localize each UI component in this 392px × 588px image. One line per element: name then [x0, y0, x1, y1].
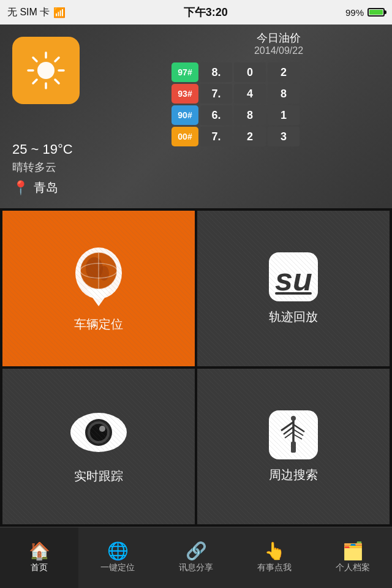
oil-cell: 2	[234, 127, 266, 146]
weather-right: 今日油价 2014/09/22 97#8.0293#7.4890#6.8100#…	[172, 24, 392, 208]
nav-item-profile[interactable]: 🗂️ 个人档案	[314, 527, 392, 588]
battery-fill	[369, 10, 383, 15]
sun-icon	[12, 37, 80, 104]
weather-panel: 25 ~ 19°C 晴转多云 📍 青岛 今日油价 2014/09/22 97#8…	[0, 24, 392, 208]
pin-icon: 📍	[12, 180, 29, 196]
oil-title: 今日油价	[172, 31, 386, 45]
sun-svg	[24, 49, 67, 92]
nav-item-location[interactable]: 🌐 一键定位	[78, 527, 157, 588]
home-icon: 🏠	[29, 543, 50, 560]
oil-table: 97#8.0293#7.4890#6.8100#7.23	[172, 62, 386, 148]
oil-grade: 00#	[172, 127, 198, 146]
location-nav-icon: 🌐	[107, 543, 129, 560]
city-name: 青岛	[34, 179, 58, 196]
nav-item-share[interactable]: 🔗 讯息分享	[157, 527, 235, 588]
temperature: 25 ~ 19°C	[12, 141, 159, 157]
oil-cell: 6.	[200, 105, 232, 125]
oil-cell: 0	[234, 62, 266, 82]
bg-pattern	[2, 211, 195, 366]
main-grid: 车辆定位 su 轨迹回放	[0, 208, 392, 527]
wifi-icon: 📶	[53, 7, 66, 18]
oil-cell: 7.	[200, 127, 232, 146]
track-playback-cell[interactable]: su 轨迹回放	[197, 211, 390, 366]
oil-cell: 4	[234, 84, 266, 104]
oil-cell: 8	[268, 84, 300, 104]
oil-grade: 90#	[172, 105, 198, 125]
time-display: 下午3:20	[184, 5, 228, 20]
oil-row: 90#6.81	[172, 105, 386, 125]
oil-cell: 2	[268, 62, 300, 82]
nearby-search-cell[interactable]: 周边搜索	[197, 369, 390, 524]
bg-pattern	[2, 369, 195, 524]
status-bar: 无 SIM 卡 📶 下午3:20 99%	[0, 0, 392, 24]
svg-line-7	[33, 80, 37, 83]
svg-line-4	[33, 58, 37, 61]
weather-left: 25 ~ 19°C 晴转多云 📍 青岛	[0, 24, 172, 208]
oil-row: 93#7.48	[172, 84, 386, 104]
svg-line-5	[55, 80, 59, 83]
nav-label-home: 首页	[31, 562, 48, 573]
oil-cell: 3	[268, 127, 300, 146]
bg-pattern	[197, 369, 390, 524]
status-right: 99%	[345, 7, 385, 18]
nav-item-notify[interactable]: 👆 有事点我	[235, 527, 314, 588]
nav-label-profile: 个人档案	[336, 562, 370, 573]
oil-grade: 97#	[172, 62, 198, 82]
svg-line-6	[55, 58, 59, 61]
bottom-nav: 🏠 首页 🌐 一键定位 🔗 讯息分享 👆 有事点我 🗂️ 个人档案	[0, 527, 392, 588]
oil-cell: 1	[268, 105, 300, 125]
weather-description: 晴转多云	[12, 160, 159, 175]
oil-cell: 8	[234, 105, 266, 125]
location-row: 📍 青岛	[12, 179, 159, 196]
weather-content: 25 ~ 19°C 晴转多云 📍 青岛 今日油价 2014/09/22 97#8…	[0, 24, 392, 208]
realtime-tracking-cell[interactable]: 实时跟踪	[2, 369, 195, 524]
nav-label-location: 一键定位	[100, 562, 135, 573]
svg-point-8	[37, 62, 55, 79]
oil-row: 97#8.02	[172, 62, 386, 82]
weather-info: 25 ~ 19°C 晴转多云 📍 青岛	[12, 141, 159, 196]
oil-cell: 8.	[200, 62, 232, 82]
notify-icon: 👆	[264, 543, 285, 560]
carrier-text: 无 SIM 卡	[7, 6, 50, 19]
bg-pattern	[197, 211, 390, 366]
oil-header: 今日油价 2014/09/22	[172, 31, 386, 60]
oil-grade: 93#	[172, 84, 198, 104]
nav-label-share: 讯息分享	[179, 562, 213, 573]
battery-percent: 99%	[345, 7, 364, 18]
oil-row: 00#7.23	[172, 127, 386, 146]
nav-label-notify: 有事点我	[257, 562, 292, 573]
oil-cell: 7.	[200, 84, 232, 104]
vehicle-location-cell[interactable]: 车辆定位	[2, 211, 195, 366]
oil-date: 2014/09/22	[172, 45, 386, 56]
status-left: 无 SIM 卡 📶	[7, 6, 66, 19]
nav-item-home[interactable]: 🏠 首页	[0, 527, 78, 588]
share-icon: 🔗	[186, 543, 207, 560]
battery-icon	[368, 8, 385, 17]
profile-icon: 🗂️	[342, 543, 364, 560]
